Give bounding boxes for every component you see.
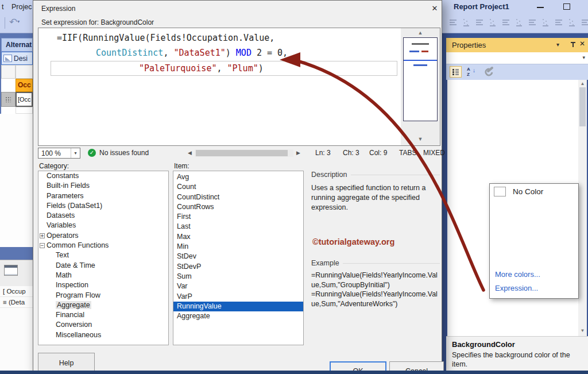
code-line[interactable]: =IIF(RunningValue(Fields!Occupation.Valu…	[40, 31, 399, 46]
item-option[interactable]: Var	[173, 282, 303, 291]
code-token: ,	[216, 63, 227, 74]
no-color-label[interactable]: No Color	[513, 187, 543, 196]
close-icon[interactable]: ✕	[579, 40, 585, 48]
scroll-right-icon[interactable]: ▶	[296, 150, 300, 156]
item-option[interactable]: CountDistinct	[173, 192, 303, 202]
code-lines: =IIF(RunningValue(Fields!Occupation.Valu…	[40, 31, 399, 76]
toolbar-icon[interactable]	[502, 18, 511, 27]
code-line[interactable]: "PaleTurquoise", "Plum")	[51, 61, 397, 76]
item-option[interactable]: Sum	[173, 272, 303, 282]
minimize-button[interactable]	[533, 1, 548, 13]
scroll-up-icon[interactable]: ▲	[401, 30, 440, 36]
expression-code-editor[interactable]: =IIF(RunningValue(Fields!Occupation.Valu…	[38, 28, 440, 146]
toolbar-icon[interactable]	[515, 18, 524, 27]
undo-dropdown-icon[interactable]: ▾	[17, 19, 20, 24]
toolbar-icon[interactable]	[462, 18, 471, 27]
grid-corner-cell[interactable]	[1, 65, 16, 79]
toolbar-icon[interactable]	[581, 18, 588, 27]
categorized-icon[interactable]	[450, 66, 462, 78]
no-color-swatch[interactable]	[494, 187, 506, 196]
grid-empty-cell[interactable]	[16, 107, 33, 114]
toolbar-icon[interactable]	[489, 18, 498, 27]
item-option[interactable]: First	[173, 212, 303, 222]
alphabetical-sort-icon[interactable]: AZ↓	[465, 66, 478, 78]
document-tab[interactable]: Alternat	[1, 38, 33, 52]
category-item[interactable]: Math	[38, 271, 168, 280]
expand-icon[interactable]: +	[40, 233, 45, 238]
scroll-down-icon[interactable]: ▼	[578, 328, 587, 333]
category-item[interactable]: Built-in Fields	[38, 181, 168, 191]
menu-item-fragment[interactable]: t	[2, 3, 3, 11]
scroll-up-icon[interactable]: ▲	[578, 81, 587, 86]
more-colors-link[interactable]: More colors...	[495, 270, 540, 279]
item-option[interactable]: Max	[173, 232, 303, 242]
undo-icon[interactable]: ↶▾	[9, 16, 20, 28]
item-option[interactable]: CountRows	[173, 202, 303, 212]
item-option[interactable]: VarP	[173, 292, 303, 302]
minimap[interactable]	[403, 37, 438, 121]
category-item[interactable]: Conversion	[38, 320, 168, 330]
item-option[interactable]: RunningValue	[173, 302, 303, 311]
horizontal-scrollbar[interactable]	[195, 149, 293, 157]
row-group-occupation[interactable]: [ Occup	[0, 286, 33, 297]
row-group-details[interactable]: ≡ (Deta	[0, 297, 33, 308]
category-item[interactable]: Miscellaneous	[38, 330, 168, 340]
maximize-button[interactable]	[559, 1, 574, 13]
scrollbar-thumb[interactable]	[579, 87, 586, 126]
tab-design[interactable]: Desi	[1, 52, 33, 65]
category-item[interactable]: Text	[38, 250, 168, 260]
item-option[interactable]: Last	[173, 222, 303, 232]
object-selector-combobox[interactable]: ▾	[446, 52, 588, 64]
category-item[interactable]: Program Flow	[38, 291, 168, 300]
category-item[interactable]: Inspection	[38, 280, 168, 290]
item-option[interactable]: StDevP	[173, 262, 303, 272]
category-item[interactable]: +Operators	[38, 231, 168, 241]
toolbar-icon[interactable]	[449, 18, 458, 27]
item-option[interactable]: StDev	[173, 252, 303, 261]
row-handle[interactable]	[1, 92, 16, 107]
window-position-icon[interactable]: ▾	[556, 41, 559, 48]
item-option[interactable]: Min	[173, 242, 303, 252]
property-pages-icon[interactable]	[486, 66, 494, 72]
dialog-close-icon[interactable]: ✕	[428, 3, 441, 14]
toolbar-icon[interactable]	[475, 18, 485, 27]
code-token: )	[226, 48, 236, 58]
item-option[interactable]: Aggregate	[173, 311, 303, 321]
toolbar-icon[interactable]	[528, 18, 537, 27]
scroll-down-icon[interactable]: ▼	[401, 136, 440, 142]
menu-item-project[interactable]: Projec	[11, 3, 32, 11]
toolbar-icon[interactable]	[555, 18, 564, 27]
category-item[interactable]: Aggregate	[38, 300, 168, 310]
category-item[interactable]: Date & Time	[38, 261, 168, 271]
category-list[interactable]: ConstantsBuilt-in FieldsParametersFields…	[38, 171, 169, 345]
scroll-left-icon[interactable]: ◀	[188, 150, 192, 156]
collapse-icon[interactable]: −	[40, 243, 45, 248]
example-lines: =RunningValue(Fields!YearlyIncome.Value,…	[311, 271, 440, 309]
properties-scrollbar[interactable]: ▲ ▼	[578, 80, 587, 336]
toolbar-icon[interactable]	[541, 18, 551, 27]
expression-link[interactable]: Expression...	[495, 284, 538, 292]
cell-occupation[interactable]: [Occ	[16, 92, 33, 107]
example-group-label: Example	[311, 259, 339, 267]
zoom-selector[interactable]: 100 % ▾	[38, 148, 80, 159]
item-option[interactable]: Count	[173, 182, 303, 192]
category-item[interactable]: −Common Functions	[38, 241, 168, 250]
grid-header-cell[interactable]	[16, 65, 33, 79]
category-item[interactable]: Variables	[38, 221, 168, 230]
editor-scrollbar[interactable]: ▲ ▼	[401, 28, 440, 145]
item-option[interactable]: Avg	[173, 172, 303, 182]
category-item[interactable]: Parameters	[38, 191, 168, 201]
description-text: Uses a specified function to return a ru…	[311, 183, 436, 213]
toolbar-icon[interactable]	[568, 18, 577, 27]
category-item[interactable]: Financial	[38, 310, 168, 320]
column-header-occupation[interactable]: Occ	[16, 79, 33, 92]
category-item[interactable]: Datasets	[38, 211, 168, 221]
category-item[interactable]: Constants	[38, 171, 168, 181]
item-list[interactable]: AvgCountCountDistinctCountRowsFirstLastM…	[173, 171, 304, 345]
properties-header[interactable]: Properties ▾ ✕	[446, 38, 588, 52]
code-line[interactable]: CountDistinct, "DataSet1") MOD 2 = 0,	[40, 46, 399, 61]
category-item[interactable]: Fields (DataSet1)	[38, 201, 168, 211]
scrollbar-thumb[interactable]	[196, 150, 288, 156]
tabs-indicator: TABS	[399, 149, 416, 157]
pin-icon[interactable]	[570, 41, 576, 48]
